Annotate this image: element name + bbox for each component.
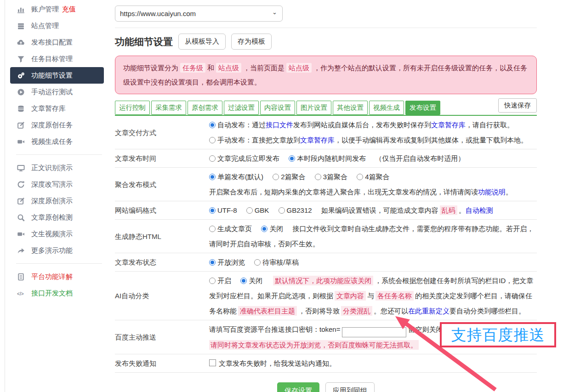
ai-warning-highlight: 默认情况下，此项功能应该关闭: [273, 276, 373, 285]
tab-content[interactable]: 内容设置: [260, 101, 295, 115]
option-text: 文章发布失败时，给我发送站内通知。: [219, 359, 336, 367]
sidebar-item-sites[interactable]: 站点管理: [10, 17, 104, 34]
site-level-tag: 站点级: [286, 63, 312, 73]
radio-ai-off[interactable]: [240, 278, 247, 284]
radio-gb2312[interactable]: [279, 207, 285, 214]
fail-notify-checkbox[interactable]: [209, 359, 216, 366]
sidebar-item-publish-api[interactable]: 发布接口配置: [10, 34, 104, 51]
article-buffer-link[interactable]: 文章暂存库: [431, 121, 466, 129]
feature-doc-link[interactable]: 功能说明: [478, 188, 506, 196]
radio-auto-publish[interactable]: [209, 122, 216, 128]
site-icon: [16, 22, 25, 30]
sidebar-divider: [16, 154, 102, 155]
import-template-button[interactable]: 从模板导入: [178, 34, 226, 50]
article-content-highlight: 文章内容: [335, 291, 366, 301]
radio-utf8[interactable]: [209, 207, 216, 214]
quick-save-button[interactable]: 快速保存: [498, 98, 537, 113]
article-buffer-link[interactable]: 文章暂存库: [300, 136, 335, 144]
auto-detect-link[interactable]: 自动检测: [466, 206, 493, 214]
radio-ai-on[interactable]: [209, 278, 216, 284]
sidebar-item-deep-original-demo[interactable]: 深度原创演示: [10, 193, 104, 209]
radio-single-publish[interactable]: [209, 174, 216, 180]
site-select[interactable]: https://www.ucaiyun.com: [115, 6, 283, 22]
sidebar-item-label: 发布接口配置: [31, 38, 73, 47]
tab-collect[interactable]: 采集需求: [151, 101, 186, 115]
desc-text: ，否则将导致: [298, 307, 340, 315]
tab-run-control[interactable]: 运行控制: [115, 101, 150, 115]
recharge-badge[interactable]: 充值: [62, 5, 76, 14]
tab-other[interactable]: 其他设置: [333, 101, 368, 115]
option-text: 关闭: [269, 225, 283, 233]
desc-text: 开启聚合发布后，短期内采集的文章将进入聚合库，出现无文章发布的情况，详情请阅读: [209, 188, 478, 196]
sidebar-item-label: 深度原创任务: [31, 121, 73, 130]
cloud-upload-icon: [16, 38, 25, 46]
gears-icon: [16, 71, 25, 80]
radio-aggregate-3[interactable]: [315, 174, 321, 180]
represent-topic-highlight: 准确代表栏目主题: [238, 306, 297, 316]
save-as-template-button[interactable]: 存为模板: [231, 34, 272, 50]
api-file-link[interactable]: 接口文件: [266, 121, 293, 129]
sidebar-item-originality-check[interactable]: 文章原创检测: [10, 209, 104, 226]
note-text: （仅当开启自动发布时适用）: [375, 154, 465, 162]
sidebar-item-api-docs[interactable]: </> 接口开发文档: [10, 285, 104, 301]
sidebar-item-content-detect-demo[interactable]: 正文识别演示: [10, 159, 104, 176]
radio-open-view[interactable]: [209, 259, 216, 266]
radio-static-off[interactable]: [261, 226, 267, 232]
sidebar-item-feature-settings[interactable]: 功能细节设置: [10, 67, 104, 84]
row-label: 文章发布时间: [115, 151, 209, 166]
radio-pending-draft[interactable]: [254, 259, 261, 266]
baidu-push-warning: 请同时将文章发布状态设为开放浏览，否则百度蜘蛛可能无法抓取。: [209, 340, 419, 350]
row-delivery-mode: 文章交付方式 自动发布：通过接口文件发布到网站或自媒体后台，发布失败时保存到文章…: [115, 116, 537, 149]
row-label: 发布失败通知: [115, 356, 209, 371]
site-select-wrap: https://www.ucaiyun.com ⌄: [115, 6, 283, 22]
radio-publish-immediately[interactable]: [209, 155, 216, 162]
radio-publish-random-time[interactable]: [289, 155, 295, 162]
save-settings-button[interactable]: 保存设置: [277, 382, 319, 392]
apply-to-group-button[interactable]: 应用到同组: [325, 382, 375, 392]
redefine-link[interactable]: 在此重新定义: [408, 307, 449, 315]
radio-manual-publish[interactable]: [209, 137, 216, 143]
header-divider: [115, 28, 537, 28]
notice-text: 和: [207, 64, 214, 72]
sidebar-item-text-to-video-demo[interactable]: 文生视频演示: [10, 226, 104, 242]
tab-filter[interactable]: 过滤设置: [224, 101, 259, 115]
tab-video[interactable]: 视频生成: [369, 101, 404, 115]
search-icon: [16, 213, 25, 222]
sidebar-item-manual-run[interactable]: 手动运行测试: [10, 84, 104, 100]
option-text: 自动发布：通过: [217, 121, 266, 129]
radio-aggregate-2[interactable]: [273, 174, 279, 180]
radio-aggregate-4[interactable]: [357, 174, 363, 180]
desc-text: 如果编码设置错误，可能造成文章内容: [321, 206, 438, 214]
sidebar-item-task-targets[interactable]: 任务目标管理: [10, 51, 104, 67]
row-label: 文章交付方式: [115, 125, 209, 140]
tab-original[interactable]: 原创需求: [188, 101, 222, 115]
sidebar-item-rewrite-demo[interactable]: 深度改写演示: [10, 176, 104, 193]
tab-image[interactable]: 图片设置: [296, 101, 331, 115]
settings-tabs: 运行控制 采集需求 原创需求 过滤设置 内容设置 图片设置 其他设置 视频生成 …: [115, 98, 537, 116]
sidebar-item-more-demos[interactable]: 更多演示功能: [10, 242, 104, 259]
radio-generate-page[interactable]: [209, 226, 216, 232]
video-icon: [16, 137, 25, 146]
tab-publish[interactable]: 发布设置: [405, 101, 440, 115]
document-icon: [16, 273, 25, 281]
sidebar-item-account[interactable]: 账户管理 充值: [10, 1, 104, 17]
database-icon: [16, 104, 25, 113]
sidebar-item-label: 文章原创检测: [31, 213, 73, 222]
baidu-token-input[interactable]: [342, 327, 406, 337]
task-level-tag: 任务级: [180, 63, 205, 73]
sidebar-item-label: 正文识别演示: [31, 164, 73, 172]
sidebar-item-deep-original-task[interactable]: 深度原创任务: [10, 117, 104, 133]
sidebar-item-video-task[interactable]: 视频生成任务: [10, 133, 104, 150]
sidebar-item-label: 文生视频演示: [31, 230, 73, 239]
classify-chaos-highlight: 分类混乱: [341, 306, 372, 316]
option-text: 本时段内随机时间发布: [297, 154, 366, 162]
sidebar-item-platform-docs[interactable]: 平台功能详解: [10, 268, 104, 285]
desc-text: 要自动分类到哪些栏目。: [449, 307, 525, 315]
row-encoding: 网站编码格式 UTF-8 GBK GB2312 如果编码设置错误，可能造成文章内…: [115, 201, 537, 220]
sidebar-item-label: 接口开发文档: [31, 289, 73, 298]
play-icon: [16, 88, 25, 96]
radio-gbk[interactable]: [246, 207, 253, 214]
row-aggregate-mode: 聚合发布模式 单篇发布(默认) 2篇聚合 3篇聚合 4篇聚合 开启聚合发布后，短…: [115, 168, 537, 201]
option-text: ，以便手动编辑再发布或复制到其他媒体，或批量下载到本地。: [335, 136, 528, 144]
sidebar-item-article-buffer[interactable]: 文章暂存库: [10, 100, 104, 117]
